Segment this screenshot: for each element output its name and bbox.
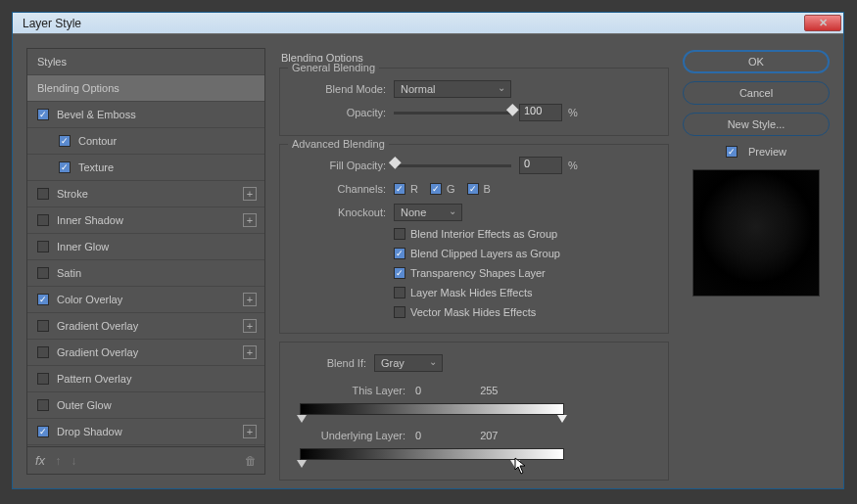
style-label: Stroke bbox=[57, 188, 88, 200]
opacity-slider[interactable] bbox=[394, 112, 511, 115]
blend-mode-label: Blend Mode: bbox=[290, 83, 394, 95]
style-item-blending-options[interactable]: Blending Options bbox=[27, 75, 264, 102]
opacity-unit: % bbox=[568, 107, 578, 118]
style-item-color-overlay[interactable]: Color Overlay+ bbox=[27, 287, 264, 313]
general-blending-group: General Blending Blend Mode: Normal Opac… bbox=[279, 68, 669, 136]
style-item-texture[interactable]: Texture bbox=[27, 155, 264, 181]
style-item-gradient-overlay[interactable]: Gradient Overlay+ bbox=[27, 313, 264, 340]
knockout-select[interactable]: None bbox=[394, 204, 462, 221]
option-checkbox[interactable] bbox=[394, 228, 405, 240]
this-layer-label: This Layer: bbox=[290, 385, 415, 396]
channel-r-checkbox[interactable] bbox=[394, 183, 405, 195]
style-item-bevel-emboss[interactable]: Bevel & Emboss bbox=[27, 102, 264, 128]
trash-icon[interactable]: 🗑 bbox=[245, 454, 257, 468]
style-checkbox[interactable] bbox=[37, 320, 49, 332]
style-item-inner-glow[interactable]: Inner Glow bbox=[27, 234, 264, 260]
move-up-icon[interactable]: ↑ bbox=[55, 454, 61, 468]
styles-footer: fx ↑ ↓ 🗑 bbox=[27, 446, 264, 474]
opacity-input[interactable]: 100 bbox=[519, 104, 562, 121]
move-down-icon[interactable]: ↓ bbox=[71, 454, 76, 468]
blend-if-select[interactable]: Gray bbox=[374, 354, 443, 372]
advanced-blending-group: Advanced Blending Fill Opacity: 0 % Chan… bbox=[279, 144, 669, 334]
opacity-label: Opacity: bbox=[290, 107, 394, 118]
channel-g-checkbox[interactable] bbox=[430, 183, 442, 195]
ok-button[interactable]: OK bbox=[683, 50, 830, 73]
styles-panel: StylesBlending OptionsBevel & EmbossCont… bbox=[26, 48, 265, 475]
fill-opacity-slider[interactable] bbox=[394, 164, 511, 167]
style-item-inner-shadow[interactable]: Inner Shadow+ bbox=[27, 207, 264, 234]
fill-opacity-unit: % bbox=[568, 160, 578, 171]
style-item-contour[interactable]: Contour bbox=[27, 128, 264, 155]
style-checkbox[interactable] bbox=[37, 294, 49, 305]
style-item-satin[interactable]: Satin bbox=[27, 260, 264, 287]
option-checkbox[interactable] bbox=[394, 248, 405, 259]
advanced-legend: Advanced Blending bbox=[288, 138, 389, 150]
option-checkbox[interactable] bbox=[394, 287, 405, 298]
style-item-outer-glow[interactable]: Outer Glow bbox=[27, 392, 264, 419]
style-checkbox[interactable] bbox=[37, 399, 49, 411]
titlebar[interactable]: Layer Style ✕ bbox=[13, 13, 843, 34]
style-label: Inner Shadow bbox=[57, 214, 123, 226]
style-item-gradient-overlay[interactable]: Gradient Overlay+ bbox=[27, 340, 264, 366]
channels-label: Channels: bbox=[290, 183, 394, 195]
style-checkbox[interactable] bbox=[37, 214, 49, 226]
option-label: Vector Mask Hides Effects bbox=[410, 306, 536, 318]
new-style-button[interactable]: New Style... bbox=[683, 113, 830, 136]
style-label: Blending Options bbox=[37, 82, 119, 94]
fill-opacity-input[interactable]: 0 bbox=[519, 157, 562, 174]
cancel-button[interactable]: Cancel bbox=[683, 81, 830, 105]
range-thumb-low[interactable] bbox=[297, 460, 307, 468]
styles-list: StylesBlending OptionsBevel & EmbossCont… bbox=[27, 49, 264, 446]
style-label: Outer Glow bbox=[57, 399, 112, 411]
style-item-drop-shadow[interactable]: Drop Shadow+ bbox=[27, 419, 264, 445]
style-checkbox[interactable] bbox=[37, 373, 49, 385]
style-checkbox[interactable] bbox=[59, 161, 71, 173]
layer-style-dialog: Layer Style ✕ StylesBlending OptionsBeve… bbox=[12, 12, 844, 489]
style-item-pattern-overlay[interactable]: Pattern Overlay bbox=[27, 366, 264, 392]
option-checkbox[interactable] bbox=[394, 306, 405, 318]
style-checkbox[interactable] bbox=[37, 346, 49, 358]
underlying-layer-label: Underlying Layer: bbox=[290, 430, 415, 441]
range-thumb-high[interactable] bbox=[557, 415, 567, 423]
option-checkbox[interactable] bbox=[394, 267, 405, 279]
range-thumb-high[interactable] bbox=[510, 460, 520, 468]
style-checkbox[interactable] bbox=[37, 426, 49, 437]
style-checkbox[interactable] bbox=[59, 135, 71, 147]
style-checkbox[interactable] bbox=[37, 267, 49, 279]
add-effect-icon[interactable]: + bbox=[243, 345, 257, 359]
preview-checkbox[interactable] bbox=[726, 146, 738, 158]
option-label: Blend Clipped Layers as Group bbox=[410, 248, 560, 259]
close-button[interactable]: ✕ bbox=[804, 15, 841, 31]
blend-if-label: Blend If: bbox=[290, 357, 374, 369]
style-label: Pattern Overlay bbox=[57, 373, 131, 385]
blend-mode-select[interactable]: Normal bbox=[394, 80, 511, 98]
close-icon: ✕ bbox=[819, 17, 828, 29]
underlying-layer-range[interactable] bbox=[300, 448, 564, 460]
general-legend: General Blending bbox=[288, 62, 379, 73]
style-label: Contour bbox=[78, 135, 117, 147]
style-label: Inner Glow bbox=[57, 241, 109, 252]
add-effect-icon[interactable]: + bbox=[243, 213, 257, 227]
styles-header[interactable]: Styles bbox=[27, 49, 264, 75]
add-effect-icon[interactable]: + bbox=[243, 187, 257, 201]
this-layer-range[interactable] bbox=[300, 403, 564, 415]
preview-thumbnail bbox=[692, 169, 820, 297]
style-checkbox[interactable] bbox=[37, 109, 49, 120]
channel-b-checkbox[interactable] bbox=[467, 183, 479, 195]
range-thumb-low[interactable] bbox=[297, 415, 307, 423]
fx-icon[interactable]: fx bbox=[35, 453, 45, 468]
option-label: Layer Mask Hides Effects bbox=[410, 287, 533, 298]
add-effect-icon[interactable]: + bbox=[243, 293, 257, 306]
option-label: Blend Interior Effects as Group bbox=[410, 228, 557, 240]
style-item-stroke[interactable]: Stroke+ bbox=[27, 181, 264, 207]
style-checkbox[interactable] bbox=[37, 188, 49, 200]
fill-opacity-label: Fill Opacity: bbox=[290, 160, 394, 171]
style-label: Satin bbox=[57, 267, 81, 279]
style-label: Drop Shadow bbox=[57, 426, 122, 437]
add-effect-icon[interactable]: + bbox=[243, 319, 257, 333]
style-label: Texture bbox=[78, 161, 114, 173]
right-panel: OK Cancel New Style... Preview bbox=[683, 48, 830, 475]
style-label: Color Overlay bbox=[57, 294, 122, 305]
add-effect-icon[interactable]: + bbox=[243, 425, 257, 438]
style-checkbox[interactable] bbox=[37, 241, 49, 252]
